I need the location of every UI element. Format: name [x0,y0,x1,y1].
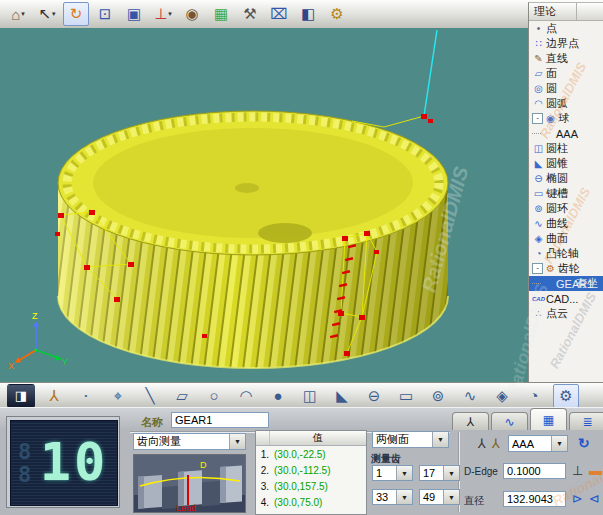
name-input[interactable]: GEAR1 [171,412,269,428]
refresh-icon[interactable]: ↻ [578,435,590,451]
home-button[interactable]: ⌂▾ [5,2,31,26]
tree-item-plane[interactable]: ▱面 [529,66,603,81]
value-row[interactable]: 4.(30.0,75.0) [256,494,366,510]
value-row[interactable]: 3.(30.0,157.5) [256,478,366,494]
chevron-down-icon[interactable] [443,490,459,504]
tab-report[interactable]: ≣ [569,412,603,430]
tooth-number-select-2[interactable]: 17 [419,465,460,481]
plane-icon: ▱ [532,68,545,79]
feature-surface-button[interactable]: ◈ [489,384,515,408]
tree-item-surface[interactable]: ◈曲面 [529,231,603,246]
tree-item-sphere[interactable]: -◉球 [529,111,603,126]
expand-icon[interactable]: - [532,113,543,124]
tree-header-theory[interactable]: 理论 [529,3,577,20]
slot-icon: ▭ [532,188,545,199]
feature-point-button[interactable]: • [73,384,99,408]
diameter-label: 直径 [464,494,484,508]
tree-item-slot[interactable]: ▭键槽 [529,186,603,201]
measure-mode-button[interactable]: ◨ [7,384,35,408]
pointer-button[interactable]: ↖▾ [34,2,60,26]
tab-table[interactable]: ▦ [530,408,567,430]
chevron-down-icon[interactable] [443,466,459,480]
tree-item-ellipse[interactable]: ⊖椭圆 [529,171,603,186]
tree-item-line[interactable]: ✎直线 [529,51,603,66]
tree-item-torus[interactable]: ⊚圆环 [529,201,603,216]
tree-header[interactable]: 理论 [529,3,603,21]
viewport-3d[interactable]: Z X Y RationalDMIS [0,28,528,382]
chevron-down-icon[interactable] [551,436,567,451]
tab-graph[interactable]: ∿ [491,412,528,430]
tab-probe[interactable]: ⅄ [452,412,489,430]
eye-button[interactable]: ◉ [179,2,205,26]
palette-button[interactable]: ▦ [208,2,234,26]
chevron-down-icon[interactable]: ▾ [21,10,25,18]
gear-measure-panel: 8 8 10 名称 GEAR1 齿向测量 [0,407,603,515]
feature-plane-button[interactable]: ▱ [169,384,195,408]
feature-arc-button[interactable]: ◠ [233,384,259,408]
diameter-input[interactable]: 132.9043 [503,491,566,507]
expand-icon[interactable]: - [532,263,543,274]
probe-machine-button[interactable]: ⅄ [41,384,67,408]
tree-item-point-cloud[interactable]: ∴点云 [529,306,603,321]
feature-circle-button[interactable]: ○ [201,384,227,408]
axes-button[interactable]: ⊥▾ [150,2,176,26]
tree-item-curve[interactable]: ∿曲线 [529,216,603,231]
tree-item-gear1[interactable]: GEAR1有坐 [529,276,603,291]
d-edge-input[interactable]: 0.1000 [503,463,566,479]
probe-config-icon[interactable]: ⅄ [492,436,500,451]
tree-item-gear[interactable]: -⚙齿轮 [529,261,603,276]
delete-button[interactable]: ⌧ [266,2,292,26]
eraser-icon[interactable]: ▬ [589,463,602,478]
rotate-view-button[interactable]: ↻ [63,2,89,26]
feature-curve-button[interactable]: ∿ [457,384,483,408]
tree-item-arc[interactable]: ◠圆弧 [529,96,603,111]
value-row[interactable]: 1.(30.0,-22.5) [256,446,366,462]
tooth-number-select-3[interactable]: 33 [372,489,413,505]
ellipse-icon: ⊖ [532,173,545,184]
chevron-down-icon[interactable]: ▾ [168,10,172,18]
tree-item-cad[interactable]: CADCAD... [529,291,603,306]
feature-cylinder-button[interactable]: ◫ [297,384,323,408]
feature-gear-button[interactable]: ⚙ [553,384,579,408]
tree-item-boundary-point[interactable]: ∷边界点 [529,36,603,51]
measure-point-icon[interactable]: ⊥ [572,463,583,478]
chevron-down-icon[interactable] [432,432,448,447]
fit-view-button[interactable]: ▣ [121,2,147,26]
solid-select-button[interactable]: ◧ [295,2,321,26]
probe-icon[interactable]: ⅄ [478,436,486,451]
tree-item-label: CAD... [546,293,578,305]
chevron-down-icon[interactable] [396,466,412,480]
tree-item-circle[interactable]: ◎圆 [529,81,603,96]
chevron-down-icon[interactable]: ▾ [52,10,56,18]
tree-item-camshaft[interactable]: ◔凸轮轴 [529,246,603,261]
tooth-number-select-1[interactable]: 1 [372,465,413,481]
feature-line-button[interactable]: ╲ [137,384,163,408]
value-list[interactable]: 值 1.(30.0,-22.5)2.(30.0,-112.5)3.(30.0,1… [255,430,367,515]
feature-sphere-button[interactable]: ● [265,384,291,408]
play-measure-icon[interactable]: ⊳ [572,491,583,506]
chevron-down-icon[interactable] [229,434,245,449]
feature-datum-button[interactable]: ⌖ [105,384,131,408]
tree-header-col2[interactable] [577,3,603,20]
feature-ellipse-button[interactable]: ⊖ [361,384,387,408]
feature-torus-button[interactable]: ⊚ [425,384,451,408]
chevron-down-icon[interactable] [396,490,412,504]
flank-select[interactable]: 两侧面 [372,431,449,448]
tree-item-aaa[interactable]: AAA [529,126,603,141]
measure-type-select[interactable]: 齿向测量 [133,433,246,450]
feature-cone-button[interactable]: ◣ [329,384,355,408]
gear-edit-button[interactable]: ⚙ [324,2,350,26]
tooth-number-select-4[interactable]: 49 [419,489,460,505]
feature-slot-button[interactable]: ▭ [393,384,419,408]
zoom-region-button[interactable]: ⊡ [92,2,118,26]
feature-camshaft-button[interactable]: ◔ [521,384,547,408]
alignment-select[interactable]: AAA [508,435,568,452]
sphere-icon: ◉ [544,113,557,124]
back-measure-icon[interactable]: ⊲ [589,491,600,506]
tree-item-cylinder[interactable]: ◫圆柱 [529,141,603,156]
tooth-number-value: 33 [373,490,396,504]
tree-item-cone[interactable]: ◣圆锥 [529,156,603,171]
tree-item-point[interactable]: •点 [529,21,603,36]
tools-button[interactable]: ⚒ [237,2,263,26]
value-row[interactable]: 2.(30.0,-112.5) [256,462,366,478]
